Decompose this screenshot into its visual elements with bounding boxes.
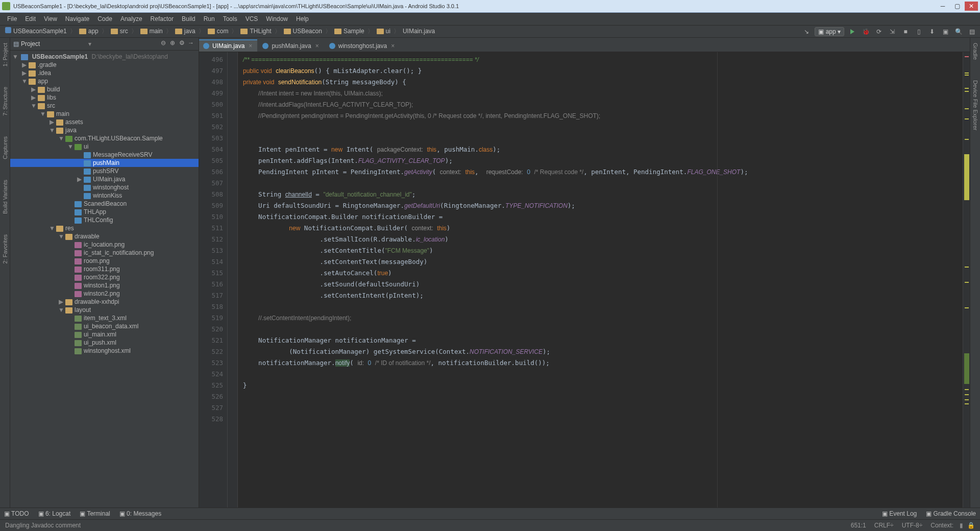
minimize-button[interactable]: ─ [936,2,949,11]
tree-node-thlconfig[interactable]: THLConfig [10,216,199,224]
tree-node-layout[interactable]: ▼layout [10,306,199,314]
close-icon[interactable]: × [248,42,253,50]
tab-uimainjava[interactable]: UIMain.java× [199,39,257,52]
maximize-button[interactable]: ▢ [950,2,964,11]
tree-arrow[interactable]: ▶ [21,61,27,68]
tree-arrow[interactable]: ▼ [12,53,17,60]
tree-node-winstonghost[interactable]: winstonghost [10,183,199,191]
project-root[interactable]: USBeaconSample1 [32,53,88,60]
tree-arrow[interactable]: ▶ [77,176,82,183]
breadcrumb-item[interactable]: Sample [332,28,366,35]
menu-navigate[interactable]: Navigate [61,14,93,23]
menu-build[interactable]: Build [178,14,200,23]
settings-icon[interactable]: ▤ [967,27,977,37]
menu-run[interactable]: Run [200,14,219,23]
tree-arrow[interactable]: ▼ [31,102,36,109]
tree-node-java[interactable]: ▼java [10,126,199,134]
tree-arrow[interactable]: ▼ [58,135,63,142]
status-item[interactable]: CRLF÷ [874,522,894,529]
breadcrumb-item[interactable]: THLight [238,28,273,35]
close-icon[interactable]: × [390,42,396,50]
tree-node-assets[interactable]: ▶assets [10,118,199,126]
tree-arrow[interactable]: ▼ [49,127,54,134]
project-scope-dropdown[interactable]: ▾ [88,40,91,47]
tree-node-room322png[interactable]: room322.png [10,273,199,281]
tree-arrow[interactable]: ▼ [67,143,72,150]
status-item[interactable]: UTF-8÷ [902,522,923,529]
bottom-tab-gradleconsole[interactable]: ▣ Gradle Console [926,510,976,517]
tree-node-uimainjava[interactable]: ▶UIMain.java [10,175,199,183]
tree-node-main[interactable]: ▼main [10,110,199,118]
tree-arrow[interactable]: ▶ [58,298,63,305]
tree-node-thlapp[interactable]: THLApp [10,208,199,216]
tree-arrow[interactable]: ▼ [21,78,27,85]
breadcrumb-item[interactable]: src [109,28,130,35]
memory-indicator[interactable]: ▮ [960,522,963,529]
tree-node-winston1png[interactable]: winston1.png [10,281,199,289]
bottom-tab-messages[interactable]: ▣ 0: Messages [119,510,161,517]
tree-arrow[interactable]: ▶ [31,94,36,101]
profile-button[interactable]: ⟳ [874,27,884,37]
tree-node-gradle[interactable]: ▶.gradle [10,61,199,69]
bottom-tab-terminal[interactable]: ▣ Terminal [80,510,110,517]
code-editor[interactable]: /** ====================================… [238,52,963,508]
sync-icon[interactable]: ↘ [801,27,812,37]
tree-node-uimainxml[interactable]: ui_main.xml [10,330,199,339]
tree-node-room311png[interactable]: room311.png [10,265,199,273]
menu-vcs[interactable]: VCS [241,14,262,23]
menu-window[interactable]: Window [262,14,292,23]
tree-node-src[interactable]: ▼src [10,102,199,110]
bottom-tab-logcat[interactable]: ▣ 6: Logcat [38,510,71,517]
stop-button[interactable]: ■ [900,27,911,37]
avd-button[interactable]: ▯ [914,27,924,37]
tool-buildvariants[interactable]: Build Variants [2,180,8,214]
tree-node-app[interactable]: ▼app [10,77,199,85]
status-item[interactable]: 651:1 [851,522,866,529]
tree-arrow[interactable]: ▼ [58,233,63,240]
project-tree[interactable]: ▼ USBeaconSample1 D:\beckybe_lai\Desktop… [10,51,199,508]
breadcrumb-item[interactable]: app [77,28,101,35]
tool-structure[interactable]: 7: Structure [2,87,8,116]
search-icon[interactable]: 🔍 [953,27,964,37]
breadcrumb-item[interactable]: java [173,28,198,35]
status-item[interactable]: Context: [930,522,953,529]
tree-arrow[interactable]: ▶ [31,86,36,93]
tool-favorites[interactable]: 2: Favorites [2,234,8,263]
breadcrumb-item[interactable]: main [138,28,165,35]
run-config-selector[interactable]: ▣ app ▾ [815,27,844,36]
tree-node-pushsrv[interactable]: pushSRV [10,167,199,175]
lock-icon[interactable]: 🔒 [967,522,975,529]
menu-file[interactable]: File [3,14,21,23]
sdk-button[interactable]: ⬇ [927,27,937,37]
bottom-tab-todo[interactable]: ▣ TODO [4,510,29,517]
tool-devicefileexplorer[interactable]: Device File Explorer [972,80,978,130]
menu-tools[interactable]: Tools [219,14,241,23]
tree-node-itemtext3xml[interactable]: item_text_3.xml [10,314,199,322]
menu-view[interactable]: View [40,14,61,23]
tree-node-pushmain[interactable]: pushMain [10,159,199,167]
tree-arrow[interactable]: ▼ [58,306,63,313]
tree-node-icstaticnotificationpng[interactable]: ic_stat_ic_notification.png [10,249,199,257]
menu-edit[interactable]: Edit [21,14,40,23]
tree-arrow[interactable]: ▼ [49,225,54,232]
tree-arrow[interactable]: ▼ [40,110,45,117]
tree-node-uipushxml[interactable]: ui_push.xml [10,339,199,347]
fold-gutter[interactable] [228,52,238,508]
hide-icon[interactable]: → [186,39,195,49]
tab-pushmainjava[interactable]: pushMain.java× [258,40,324,52]
error-stripe[interactable] [963,52,970,508]
close-button[interactable]: ✕ [965,2,978,11]
menu-help[interactable]: Help [292,14,313,23]
tree-node-comthlightusbeaconsample[interactable]: ▼com.THLight.USBeacon.Sample [10,134,199,142]
bottom-tab-eventlog[interactable]: ▣ Event Log [882,510,917,517]
breadcrumb-item[interactable]: UIMain.java [401,28,437,35]
breadcrumb-item[interactable]: USBeacon [282,28,324,35]
menu-refactor[interactable]: Refactor [146,14,178,23]
collapse-icon[interactable]: ⊖ [159,39,168,49]
debug-button[interactable]: 🐞 [861,27,871,37]
tree-node-idea[interactable]: ▶.idea [10,69,199,77]
tab-winstonghostjava[interactable]: winstonghost.java× [325,40,400,52]
expand-icon[interactable]: ⊕ [168,39,177,49]
tree-node-build[interactable]: ▶build [10,85,199,93]
menu-analyze[interactable]: Analyze [116,14,146,23]
